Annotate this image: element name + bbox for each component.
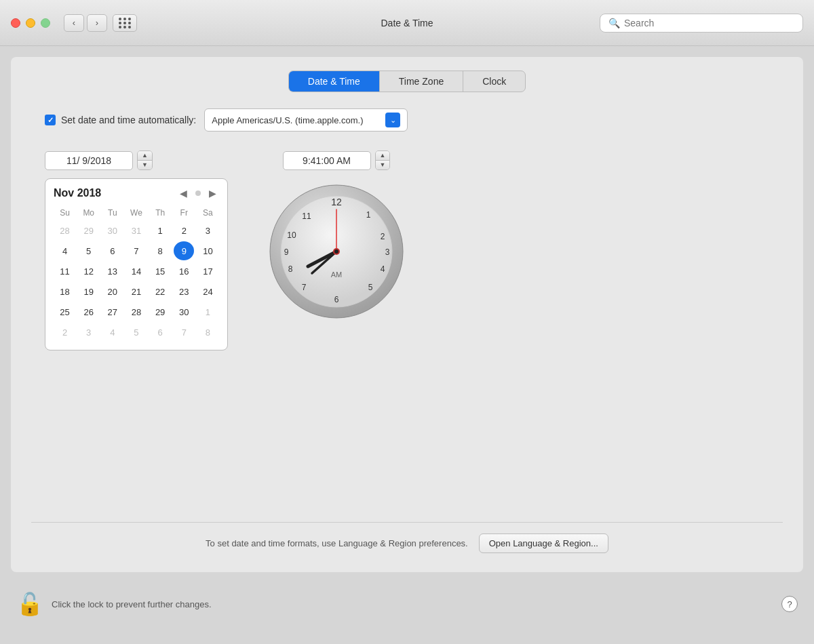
- calendar-day[interactable]: 1: [150, 221, 170, 240]
- calendar-day[interactable]: 23: [174, 282, 194, 301]
- calendar-day[interactable]: 20: [102, 282, 123, 301]
- calendar-day[interactable]: 4: [55, 241, 75, 260]
- calendar-day[interactable]: 10: [197, 241, 218, 260]
- grid-button[interactable]: [113, 14, 137, 32]
- calendar-today-dot[interactable]: [195, 190, 201, 196]
- calendar-day[interactable]: 22: [150, 282, 170, 301]
- footer-text: Click the lock to prevent further change…: [52, 599, 212, 609]
- svg-text:12: 12: [331, 197, 342, 207]
- svg-text:3: 3: [385, 247, 390, 257]
- calendar-day[interactable]: 7: [126, 241, 147, 260]
- svg-text:11: 11: [302, 212, 311, 221]
- date-stepper-down[interactable]: ▼: [138, 161, 152, 169]
- calendar-day: 3: [79, 323, 99, 342]
- clock-face: 12 1 2 3 4 5 6 7: [269, 184, 404, 319]
- tab-group: Date & Time Time Zone Clock: [288, 71, 526, 92]
- time-stepper[interactable]: ▲ ▼: [375, 150, 391, 170]
- calendar-day[interactable]: 16: [174, 262, 194, 281]
- calendar-day[interactable]: 13: [102, 262, 123, 281]
- calendar-day[interactable]: 25: [55, 302, 75, 321]
- tab-clock[interactable]: Clock: [463, 71, 525, 92]
- calendar-day[interactable]: 30: [174, 302, 194, 321]
- help-button[interactable]: ?: [781, 596, 798, 612]
- calendar-day[interactable]: 28: [126, 302, 147, 321]
- svg-text:7: 7: [302, 283, 307, 292]
- date-stepper[interactable]: ▲ ▼: [137, 150, 153, 170]
- calendar-day: 1: [197, 302, 218, 321]
- date-section: 11/ 9/2018 ▲ ▼ Nov 2018 ◀ ▶: [45, 150, 228, 350]
- svg-text:10: 10: [287, 230, 296, 240]
- calendar-day[interactable]: 3: [197, 221, 218, 240]
- calendar-day[interactable]: 26: [79, 302, 99, 321]
- calendar-day[interactable]: 29: [150, 302, 170, 321]
- calendar-day[interactable]: 9: [174, 241, 194, 260]
- window-title: Date & Time: [381, 18, 433, 28]
- datetime-row: 11/ 9/2018 ▲ ▼ Nov 2018 ◀ ▶: [31, 150, 783, 350]
- svg-text:2: 2: [381, 232, 385, 241]
- server-dropdown-text: Apple Americas/U.S. (time.apple.com.): [212, 115, 385, 125]
- calendar-day[interactable]: 5: [79, 241, 99, 260]
- date-field[interactable]: 11/ 9/2018: [45, 151, 133, 170]
- checkmark-icon: ✓: [47, 116, 54, 125]
- auto-set-checkbox-container: ✓ Set date and time automatically:: [45, 115, 196, 125]
- calendar-day[interactable]: 11: [55, 262, 75, 281]
- date-input-row: 11/ 9/2018 ▲ ▼: [45, 150, 153, 170]
- tab-date-time[interactable]: Date & Time: [289, 71, 380, 92]
- close-button[interactable]: [11, 18, 20, 28]
- calendar-day[interactable]: 15: [150, 262, 170, 281]
- minimize-button[interactable]: [26, 18, 35, 28]
- time-field[interactable]: 9:41:00 AM: [283, 151, 371, 170]
- calendar-day: 30: [102, 221, 123, 240]
- date-stepper-up[interactable]: ▲: [138, 151, 152, 161]
- search-input[interactable]: [624, 18, 794, 28]
- footer: 🔓 Click the lock to prevent further chan…: [0, 583, 814, 625]
- main-content: Date & Time Time Zone Clock ✓ Set date a…: [11, 57, 803, 572]
- svg-text:AM: AM: [331, 270, 343, 279]
- tabs: Date & Time Time Zone Clock: [31, 71, 783, 92]
- maximize-button[interactable]: [41, 18, 50, 28]
- calendar-prev-button[interactable]: ◀: [177, 188, 190, 199]
- calendar-day-header: Sa: [197, 206, 219, 220]
- calendar-nav: ◀ ▶: [177, 188, 219, 199]
- time-stepper-down[interactable]: ▼: [376, 161, 390, 169]
- calendar-day[interactable]: 6: [102, 241, 123, 260]
- calendar-day-header: Fr: [173, 206, 195, 220]
- calendar-day-header: Tu: [101, 206, 123, 220]
- calendar-day[interactable]: 8: [150, 241, 170, 260]
- calendar-month-year: Nov 2018: [54, 187, 101, 199]
- calendar-day[interactable]: 2: [174, 221, 194, 240]
- auto-set-checkbox[interactable]: ✓: [45, 115, 56, 125]
- calendar-day: 6: [150, 323, 170, 342]
- search-bar[interactable]: 🔍: [600, 14, 803, 33]
- calendar-day: 31: [126, 221, 147, 240]
- bottom-section: To set date and time formats, use Langua…: [31, 522, 783, 559]
- tab-time-zone[interactable]: Time Zone: [380, 71, 463, 92]
- calendar-day: 2: [55, 323, 75, 342]
- calendar-day[interactable]: 27: [102, 302, 123, 321]
- server-dropdown[interactable]: Apple Americas/U.S. (time.apple.com.) ⌄: [204, 108, 408, 132]
- open-language-button[interactable]: Open Language & Region...: [479, 534, 608, 553]
- calendar-day: 4: [102, 323, 123, 342]
- calendar-next-button[interactable]: ▶: [206, 188, 219, 199]
- clock-container: 12 1 2 3 4 5 6 7: [269, 184, 404, 319]
- svg-text:4: 4: [381, 264, 385, 274]
- calendar-day-header: Th: [149, 206, 172, 220]
- time-input-row: 9:41:00 AM ▲ ▼: [283, 150, 391, 170]
- calendar-day[interactable]: 12: [79, 262, 99, 281]
- calendar-day[interactable]: 21: [126, 282, 147, 301]
- time-stepper-up[interactable]: ▲: [376, 151, 390, 161]
- calendar-day[interactable]: 14: [126, 262, 147, 281]
- back-button[interactable]: ‹: [64, 14, 84, 32]
- lock-icon[interactable]: 🔓: [16, 591, 43, 617]
- calendar-day[interactable]: 19: [79, 282, 99, 301]
- forward-button[interactable]: ›: [87, 14, 107, 32]
- calendar-day[interactable]: 24: [197, 282, 218, 301]
- calendar-day[interactable]: 18: [55, 282, 75, 301]
- search-icon: 🔍: [608, 18, 620, 28]
- calendar-day[interactable]: 17: [197, 262, 218, 281]
- calendar-day-header: We: [125, 206, 147, 220]
- svg-text:6: 6: [334, 295, 339, 304]
- svg-point-19: [334, 249, 338, 254]
- traffic-lights: [11, 18, 50, 28]
- calendar-day-header: Su: [54, 206, 76, 220]
